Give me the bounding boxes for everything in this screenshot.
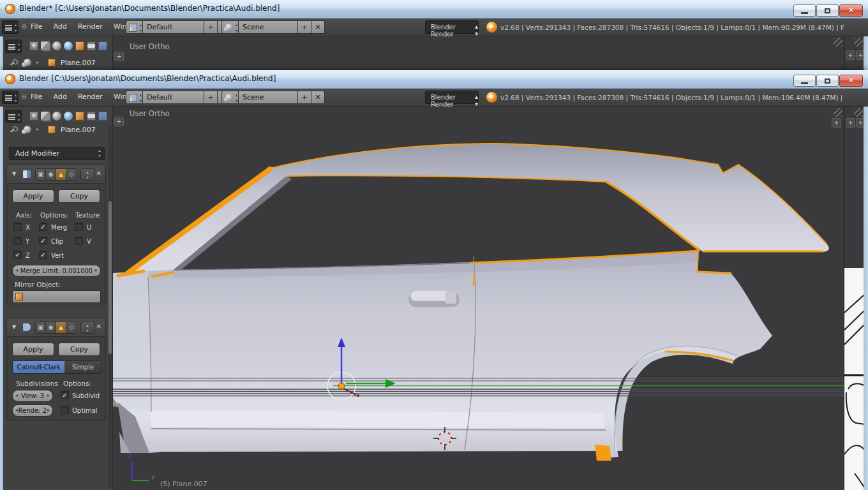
area-resize-corner[interactable] — [834, 38, 842, 47]
titlebar-back[interactable]: Blender* [C:\Users\Jonatan\Documents\Ble… — [0, 0, 868, 19]
add-scene-button[interactable]: + — [298, 20, 311, 34]
menu-collapse-icon[interactable]: ⊖ — [21, 93, 27, 101]
titlebar-main[interactable]: Blender [C:\Users\Jonatan\Documents\Blen… — [0, 70, 868, 89]
apply-button[interactable]: Apply — [12, 189, 54, 203]
editor-type-button[interactable]: ▴▾ — [5, 40, 22, 53]
restore-button[interactable] — [816, 75, 839, 87]
copy-button[interactable]: Copy — [58, 189, 100, 203]
viewport-3d[interactable]: User Ortho + + z y (5) Plane.007 — [113, 107, 844, 490]
menu-render[interactable]: Render — [78, 93, 103, 101]
tab-object[interactable] — [74, 110, 86, 122]
layout-name-field[interactable]: Default — [143, 20, 204, 34]
catmull-clark-option[interactable]: Catmull-Clark — [13, 361, 64, 373]
checkbox-v[interactable] — [75, 237, 83, 245]
side-area[interactable]: + + — [844, 107, 864, 490]
scene-name-field[interactable]: Scene — [239, 91, 298, 104]
tab-object[interactable] — [74, 40, 86, 52]
expand-toolbar-button[interactable]: + — [114, 52, 124, 61]
tab-world[interactable] — [63, 40, 74, 52]
menu-collapse-icon[interactable]: ⊖ — [21, 22, 27, 31]
tab-scene[interactable] — [51, 110, 63, 122]
tab-modifiers-active[interactable] — [97, 110, 108, 122]
menu-add[interactable]: Add — [53, 93, 66, 101]
cage-display-toggle[interactable]: ◇ — [66, 169, 77, 180]
checkbox-x[interactable] — [13, 223, 22, 231]
collapse-arrow-icon[interactable]: ▼ — [12, 171, 16, 177]
panel-scrollbar[interactable] — [108, 124, 112, 487]
render-visibility-toggle[interactable]: ▣ — [36, 322, 46, 333]
add-layout-button[interactable]: + — [204, 91, 218, 104]
apply-button[interactable]: Apply — [12, 343, 54, 356]
expand-panel-button[interactable]: + — [846, 118, 855, 128]
minimize-button[interactable] — [793, 75, 816, 87]
tab-render[interactable] — [28, 110, 40, 122]
restore-button[interactable] — [816, 4, 839, 17]
checkbox-y[interactable] — [13, 237, 22, 245]
delete-scene-button[interactable]: ✕ — [311, 20, 325, 34]
decrement-icon[interactable]: ◂ — [15, 392, 18, 398]
tab-render[interactable] — [28, 40, 40, 52]
increment-icon[interactable]: ▸ — [95, 267, 98, 273]
increment-icon[interactable]: ▸ — [47, 392, 50, 398]
layout-name-field[interactable]: Default — [143, 91, 204, 104]
increment-icon[interactable]: ▸ — [47, 407, 50, 413]
scene-icon-button[interactable]: ▴▾ — [221, 20, 239, 34]
copy-button[interactable]: Copy — [58, 343, 100, 356]
minimize-button[interactable] — [793, 4, 816, 17]
move-modifier-buttons[interactable]: ▴▾ — [80, 168, 94, 181]
decrement-icon[interactable]: ◂ — [15, 267, 18, 273]
simple-option[interactable]: Simple — [64, 361, 101, 373]
mirror-object-field[interactable] — [12, 290, 101, 303]
screen-layout-icon-button[interactable]: ▴▾ — [126, 20, 143, 34]
area-resize-corner[interactable] — [854, 38, 863, 47]
checkbox-optimal-display[interactable] — [61, 406, 69, 414]
view-subdivisions-field[interactable]: ◂View: 3▸ — [12, 390, 53, 402]
menu-render[interactable]: Render — [78, 22, 103, 31]
add-scene-button[interactable]: + — [298, 91, 311, 104]
editor-type-button[interactable]: ▴▾ — [2, 91, 19, 104]
delete-modifier-icon[interactable]: ✕ — [96, 170, 101, 177]
breadcrumb-object[interactable]: Plane.007 — [61, 59, 96, 67]
breadcrumb-object[interactable]: Plane.007 — [61, 126, 96, 134]
render-subdivisions-field[interactable]: ◂Rende: 2▸ — [12, 405, 53, 417]
pin-icon[interactable] — [10, 126, 17, 134]
cage-display-toggle[interactable]: ◇ — [66, 322, 77, 333]
delete-modifier-icon[interactable]: ✕ — [96, 323, 101, 330]
decrement-icon[interactable]: ◂ — [15, 407, 18, 413]
expand-panel-button[interactable]: + — [832, 118, 841, 128]
editor-type-button[interactable]: ▴▾ — [5, 110, 22, 123]
expand-panel-button[interactable]: + — [856, 50, 864, 60]
expand-toolbar-button[interactable]: + — [114, 117, 124, 126]
add-modifier-dropdown[interactable]: Add Modifier — [9, 147, 105, 160]
viewport-back[interactable]: User Ortho + — [113, 36, 844, 70]
area-resize-corner[interactable] — [854, 108, 863, 117]
modifier-subsurf-header[interactable]: ▼ ▣ ◉ ▲ ◇ ▴▾ ✕ — [7, 318, 105, 337]
tab-render-layers[interactable] — [40, 40, 51, 52]
checkbox-merg[interactable]: ✓ — [39, 223, 47, 231]
tab-scene[interactable] — [51, 40, 63, 52]
modifier-mirror-header[interactable]: ▼ ▣ ◉ ▲ ◇ ▴▾ ✕ — [7, 165, 105, 184]
editmode-display-toggle[interactable]: ▲ — [56, 169, 66, 180]
delete-scene-button[interactable]: ✕ — [311, 91, 325, 104]
editmode-display-toggle[interactable]: ▲ — [56, 322, 66, 333]
merge-limit-field[interactable]: ◂Merge Limit: 0.001000▸ — [12, 265, 101, 277]
scene-name-field[interactable]: Scene — [239, 20, 298, 34]
checkbox-vert[interactable]: ✓ — [39, 251, 47, 259]
expand-panel-button[interactable]: + — [856, 118, 864, 128]
menu-file[interactable]: File — [31, 22, 42, 31]
menu-add[interactable]: Add — [53, 22, 66, 31]
tab-render-layers[interactable] — [40, 110, 51, 122]
screen-layout-icon-button[interactable]: ▴▾ — [126, 91, 143, 104]
checkbox-clip[interactable]: ✓ — [39, 237, 47, 245]
checkbox-subdivide-uvs[interactable]: ✓ — [61, 391, 69, 399]
move-modifier-buttons[interactable]: ▴▾ — [80, 322, 94, 334]
close-button[interactable]: ✕ — [839, 75, 863, 87]
close-button[interactable]: ✕ — [839, 4, 863, 17]
tab-world[interactable] — [63, 110, 74, 122]
tab-constraints[interactable] — [86, 40, 97, 52]
tab-modifiers-active[interactable] — [97, 40, 108, 52]
add-layout-button[interactable]: + — [204, 20, 218, 34]
tab-constraints[interactable] — [86, 110, 97, 122]
scrollbar-thumb[interactable] — [108, 201, 112, 354]
pin-icon[interactable] — [10, 59, 17, 67]
